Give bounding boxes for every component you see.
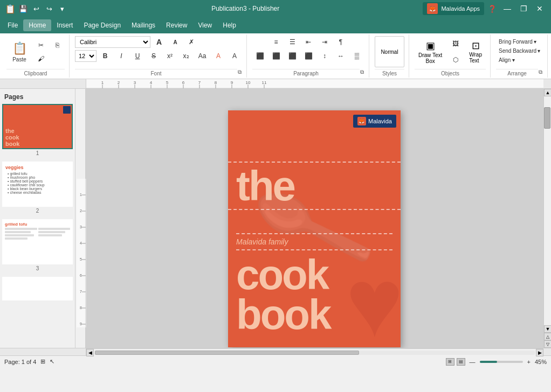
menu-file[interactable]: File	[2, 19, 23, 31]
save-button[interactable]: 💾	[17, 3, 29, 15]
window-title: Publication3 - Publisher	[211, 5, 279, 12]
send-backward-button[interactable]: Send Backward ▾	[496, 47, 543, 55]
page-3-line-6	[38, 231, 66, 233]
menu-review[interactable]: Review	[161, 19, 192, 31]
app-icon-button[interactable]: 📋	[4, 3, 16, 15]
arrange-launcher[interactable]: ⧉	[538, 68, 543, 76]
show-marks-button[interactable]: ¶	[333, 36, 348, 48]
bold-button[interactable]: B	[98, 50, 113, 62]
change-case-button[interactable]: Aa	[195, 50, 210, 62]
page-thumb-3[interactable]: grilled tofu	[2, 219, 73, 272]
indent-less-button[interactable]: ⇤	[301, 36, 316, 48]
align-left-button[interactable]: ⬛	[252, 50, 267, 62]
font-launcher[interactable]: ⧉	[237, 68, 242, 76]
font-color-button[interactable]: A	[227, 50, 242, 62]
shading-button[interactable]: ▒	[349, 50, 364, 62]
page-4-inner	[2, 277, 73, 300]
menu-bar: File Home Insert Page Design Mailings Re…	[0, 17, 551, 33]
superscript-button[interactable]: x²	[162, 50, 177, 62]
copy-button[interactable]: ⎘	[50, 39, 65, 52]
font-size-decrease[interactable]: A	[168, 36, 183, 48]
ribbon-group-objects: ▣ Draw TextBox 🖼 ⬡ ⊡ WrapText Objects	[410, 34, 491, 78]
picture-button[interactable]: 🖼	[448, 36, 463, 51]
subscript-button[interactable]: x₂	[178, 50, 194, 62]
page-thumb-4[interactable]	[2, 277, 73, 300]
clear-formatting-button[interactable]: ✗	[184, 36, 199, 48]
ribbon-group-arrange: Bring Forward ▾ Send Backward ▾ Align ▾ …	[492, 34, 548, 78]
quick-access-dropdown[interactable]: ▾	[56, 3, 68, 15]
author-section: Malavida family	[236, 233, 392, 250]
page-2-label: 2	[2, 207, 73, 215]
page-4-preview	[3, 278, 72, 299]
shapes-button[interactable]: ⬡	[448, 52, 463, 67]
paragraph-launcher[interactable]: ⧉	[360, 68, 364, 76]
svg-text:1: 1	[80, 193, 82, 197]
menu-home[interactable]: Home	[23, 19, 51, 31]
cook-text: cook	[236, 255, 392, 295]
menu-help[interactable]: Help	[217, 19, 242, 31]
scroll-left-button[interactable]: ◀	[86, 349, 94, 356]
underline-button[interactable]: U	[130, 50, 145, 62]
scroll-v-track[interactable]	[544, 96, 551, 325]
menu-insert[interactable]: Insert	[51, 19, 78, 31]
horizontal-scrollbar-area: ◀ ▶	[0, 348, 551, 355]
minimize-button[interactable]: —	[500, 3, 514, 14]
bullets-button[interactable]: ≡	[268, 36, 284, 48]
wrap-text-button[interactable]: ⊡ WrapText	[465, 38, 486, 65]
line-spacing-button[interactable]: ↕	[317, 50, 332, 62]
zoom-slider[interactable]	[480, 361, 523, 363]
page-2-title: veggies	[5, 165, 70, 170]
close-button[interactable]: ✕	[533, 3, 547, 14]
paste-button[interactable]: 📋 Paste	[6, 36, 32, 67]
scroll-down-button[interactable]: ▼	[544, 325, 551, 333]
menu-page-design[interactable]: Page Design	[78, 19, 126, 31]
strikethrough-button[interactable]: S	[146, 50, 161, 62]
align-right-button[interactable]: ⬛	[285, 50, 300, 62]
svg-text:5: 5	[80, 257, 82, 261]
font-size-select[interactable]: 12	[75, 50, 97, 62]
scroll-section-up[interactable]: △	[544, 333, 551, 340]
zoom-minus-button[interactable]: —	[470, 359, 476, 365]
arrange-content: Bring Forward ▾ Send Backward ▾ Align ▾	[496, 36, 543, 68]
font-family-select[interactable]: Calibri	[75, 36, 150, 48]
text-highlight-button[interactable]: A	[211, 50, 226, 62]
draw-text-box-label: Draw TextBox	[418, 52, 442, 64]
scroll-h-thumb[interactable]	[95, 351, 359, 355]
font-size-increase[interactable]: A	[151, 36, 167, 48]
scroll-up-button[interactable]: ▲	[544, 89, 551, 96]
page-thumb-2[interactable]: veggies • grilled tofu • mushroom pho • …	[2, 162, 73, 215]
title-the-section: the	[228, 162, 401, 210]
scroll-right-button[interactable]: ▶	[536, 349, 543, 356]
restore-button[interactable]: ❐	[516, 3, 531, 14]
align-button[interactable]: Align ▾	[496, 56, 518, 64]
scroll-section-down[interactable]: ▽	[544, 340, 551, 348]
menu-view[interactable]: View	[192, 19, 217, 31]
page-thumb-1[interactable]: thecookbook 1	[2, 104, 73, 157]
page-1-preview: thecookbook	[3, 105, 72, 148]
bring-forward-button[interactable]: Bring Forward ▾	[496, 38, 539, 46]
indent-more-button[interactable]: ⇥	[317, 36, 332, 48]
ribbon-content: 📋 Paste ✂ ⎘ 🖌 Clipboard	[0, 33, 551, 79]
scroll-h-track[interactable]	[95, 351, 535, 355]
numbering-button[interactable]: ☰	[285, 36, 300, 48]
menu-mailings[interactable]: Mailings	[126, 19, 161, 31]
format-painter-button[interactable]: 🖌	[33, 52, 49, 65]
view-layout-button[interactable]: ▤	[457, 358, 465, 366]
styles-preview[interactable]: Normal	[375, 36, 404, 67]
cut-button[interactable]: ✂	[33, 39, 49, 52]
view-normal-button[interactable]: ⊞	[446, 358, 454, 366]
zoom-plus-button[interactable]: +	[527, 359, 531, 365]
italic-button[interactable]: I	[114, 50, 129, 62]
view-icon[interactable]: ⊞	[40, 358, 45, 365]
redo-button[interactable]: ↪	[43, 3, 55, 15]
align-center-button[interactable]: ⬛	[268, 50, 284, 62]
scroll-v-thumb[interactable]	[544, 107, 550, 129]
draw-text-box-button[interactable]: ▣ Draw TextBox	[415, 37, 446, 67]
undo-button[interactable]: ↩	[30, 3, 42, 15]
justify-button[interactable]: ⬛	[301, 50, 316, 62]
draw-text-box-icon: ▣	[426, 40, 435, 52]
help-button[interactable]: ❓	[486, 3, 498, 15]
badge-text: Malavida	[368, 118, 392, 124]
canvas-area[interactable]: 🥄 ♥ 🦊 Malavida the Malavida family cook …	[85, 89, 543, 348]
text-direction-button[interactable]: ↔	[333, 50, 348, 62]
